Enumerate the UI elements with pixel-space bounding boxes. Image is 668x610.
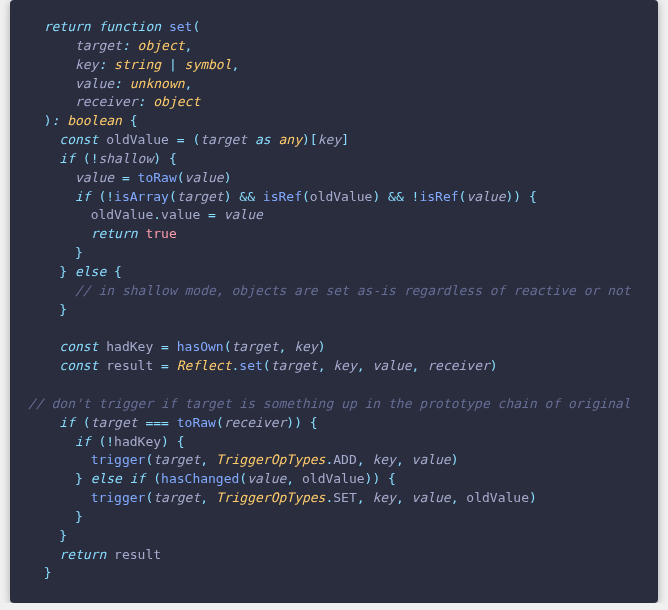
code-line: } (10, 564, 658, 583)
code-line: value = toRaw(value) (10, 169, 658, 188)
code-line: ): boolean { (10, 112, 658, 131)
code-line: } else { (10, 263, 658, 282)
code-line: if (!shallow) { (10, 150, 658, 169)
code-pre: return function set( target: object, key… (10, 18, 658, 583)
code-block: return function set( target: object, key… (10, 0, 658, 603)
code-line (10, 320, 658, 339)
code-line: // don't trigger if target is something … (10, 395, 658, 414)
code-line: const oldValue = (target as any)[key] (10, 131, 658, 150)
code-line: value: unknown, (10, 75, 658, 94)
code-line: trigger(target, TriggerOpTypes.ADD, key,… (10, 451, 658, 470)
code-line: return function set( (10, 18, 658, 37)
code-line: trigger(target, TriggerOpTypes.SET, key,… (10, 489, 658, 508)
code-line: if (!isArray(target) && isRef(oldValue) … (10, 188, 658, 207)
code-line: receiver: object (10, 93, 658, 112)
code-line: } (10, 301, 658, 320)
code-line: return result (10, 546, 658, 565)
code-line: oldValue.value = value (10, 206, 658, 225)
code-content: return function set( target: object, key… (10, 18, 658, 583)
code-line: } (10, 527, 658, 546)
code-line: target: object, (10, 37, 658, 56)
code-line: const hadKey = hasOwn(target, key) (10, 338, 658, 357)
code-line: key: string | symbol, (10, 56, 658, 75)
code-line: } (10, 508, 658, 527)
code-line: if (!hadKey) { (10, 433, 658, 452)
code-line: return true (10, 225, 658, 244)
code-line: } (10, 244, 658, 263)
code-line: if (target === toRaw(receiver)) { (10, 414, 658, 433)
code-line: // in shallow mode, objects are set as-i… (10, 282, 658, 301)
code-line: } else if (hasChanged(value, oldValue)) … (10, 470, 658, 489)
code-line (10, 376, 658, 395)
code-line: const result = Reflect.set(target, key, … (10, 357, 658, 376)
